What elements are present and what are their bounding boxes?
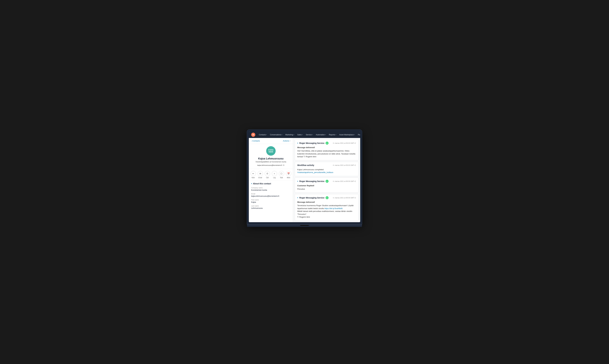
chevron-down-icon: ▾ xyxy=(294,134,294,135)
task-icon: ☐ xyxy=(279,171,284,176)
sidebar-header: ‹ Contacts Actions ▾ xyxy=(249,138,293,144)
nav-conversations[interactable]: Conversations ▾ xyxy=(269,131,284,138)
card-title-row: ▾ Roger Messaging Service xyxy=(297,180,329,183)
card-title: Roger Messaging Service xyxy=(299,142,324,144)
actions-label: Actions xyxy=(283,140,289,142)
laptop-wrapper: H Contacts ▾ Conversations ▾ Marketing ▾… xyxy=(238,125,371,239)
chevron-down-icon: ▾ xyxy=(312,134,313,135)
avatar-line2: NIEMI xyxy=(268,151,273,153)
chevron-down-icon: ▾ xyxy=(354,134,355,135)
task-label: Task xyxy=(280,177,283,179)
nav-service[interactable]: Service ▾ xyxy=(305,131,314,138)
log-icon: + xyxy=(272,171,277,176)
card-header: Workflow activity 4. marras 2021 at 09.0… xyxy=(297,164,356,166)
copy-icon[interactable]: ⧉ xyxy=(283,164,284,166)
contact-info: KORSI NIEMI Kajsa Lehmusruusu Viestintäp… xyxy=(249,144,293,169)
collapse-icon[interactable]: ▾ xyxy=(297,197,298,199)
call-button[interactable]: ✆ Call xyxy=(265,171,270,179)
card-timestamp: 4. marras 2021 at 08.59 GMT+2 xyxy=(333,197,356,199)
nav-automation[interactable]: Automation ▾ xyxy=(315,131,327,138)
log-button[interactable]: + Log xyxy=(272,171,277,179)
field-label: Email xyxy=(251,193,291,195)
svg-text:H: H xyxy=(252,133,254,136)
workflow-link[interactable]: Asiakastapahtuma_peruuttaneille_kuittaus xyxy=(297,171,333,173)
about-section: ▾ About this contact Company name Korsin… xyxy=(249,181,293,213)
chevron-down-icon: ▾ xyxy=(282,134,282,135)
note-icon: ✏ xyxy=(251,171,256,176)
log-label: Log xyxy=(273,177,276,179)
meet-icon: 📅 xyxy=(286,171,291,176)
field-email: Email kajsa.lehmusruusu@korsiniemi.fi xyxy=(251,193,291,197)
call-icon: ✆ xyxy=(265,171,270,176)
laptop-screen: H Contacts ▾ Conversations ▾ Marketing ▾… xyxy=(247,130,362,224)
nav-reports[interactable]: Reports ▾ xyxy=(328,131,337,138)
nav-sales[interactable]: Sales ▾ xyxy=(296,131,304,138)
contact-email-row: kajsa.lehmusruusu@korsiniemi.fi ⧉ xyxy=(251,164,291,166)
note-button[interactable]: ✏ Note xyxy=(251,171,256,179)
field-value: Kajsa xyxy=(251,201,291,203)
whatsapp-icon xyxy=(326,180,329,183)
card-text: Hei! Harmillista, että et pääse asiakast… xyxy=(297,149,356,158)
nav-contacts[interactable]: Contacts ▾ xyxy=(258,131,268,138)
card-body: Kajsa Lehmusruusu completed Asiakastapah… xyxy=(297,168,356,174)
laptop-base xyxy=(247,224,362,227)
activity-card-2: Workflow activity 4. marras 2021 at 09.0… xyxy=(295,162,358,176)
back-to-contacts[interactable]: ‹ Contacts xyxy=(251,140,260,142)
top-nav: H Contacts ▾ Conversations ▾ Marketing ▾… xyxy=(249,131,360,138)
call-label: Call xyxy=(266,177,269,179)
card-body: Message delivered! Tervetuloa huomenna R… xyxy=(297,200,356,219)
activity-card-3: ▾ Roger Messaging Service 4. marras 2021… xyxy=(295,178,358,193)
nav-partner[interactable]: Partner ▾ xyxy=(357,131,360,138)
activity-card-4: ▾ Roger Messaging Service 4. marras 2021… xyxy=(295,194,358,221)
collapse-icon[interactable]: ▾ xyxy=(297,142,298,144)
card-text-part4: T: Rogerin tiimi xyxy=(297,216,310,218)
email-label: Email xyxy=(258,177,262,179)
contact-name: Kajsa Lehmusruusu xyxy=(251,157,291,160)
meet-button[interactable]: 📅 Meet xyxy=(286,171,291,179)
field-company-name: Company name Korsiniemen kunta xyxy=(251,187,291,191)
card-title-row: ▾ Roger Messaging Service xyxy=(297,196,329,199)
avatar-line1: KORSI xyxy=(268,149,273,151)
nav-marketing[interactable]: Marketing ▾ xyxy=(284,131,295,138)
hubspot-logo[interactable]: H xyxy=(251,133,255,137)
email-button[interactable]: ✉ Email xyxy=(258,171,263,179)
card-text: Kajsa Lehmusruusu completed Asiakastapah… xyxy=(297,168,356,174)
collapse-icon[interactable]: ▾ xyxy=(297,180,298,182)
about-title: About this contact xyxy=(253,182,271,185)
card-title: Workflow activity xyxy=(297,164,314,166)
card-body: Customer Replied! Peruutus xyxy=(297,184,356,191)
task-button[interactable]: ☐ Task xyxy=(279,171,284,179)
contact-email: kajsa.lehmusruusu@korsiniemi.fi xyxy=(257,164,282,166)
whatsapp-icon xyxy=(326,142,329,145)
about-header[interactable]: ▾ About this contact xyxy=(251,182,291,185)
sidebar: ‹ Contacts Actions ▾ KORSI xyxy=(249,138,293,222)
workflow-body-prefix: Kajsa Lehmusruusu completed xyxy=(297,169,324,171)
chevron-down-icon: ▾ xyxy=(290,140,291,142)
back-label: Contacts xyxy=(252,140,260,142)
field-label: Last name xyxy=(251,205,291,207)
field-label: First name xyxy=(251,199,291,201)
card-timestamp: 4. marras 2021 at 09.03 GMT+2 xyxy=(333,142,356,144)
activity-card-1: ▾ Roger Messaging Service 4. marras 2021… xyxy=(295,140,358,160)
field-value: Korsiniemen kunta xyxy=(251,189,291,191)
field-value: kajsa.lehmusruusu@korsiniemi.fi xyxy=(251,195,291,197)
field-first-name: First name Kajsa xyxy=(251,199,291,203)
card-subtitle: Customer Replied! xyxy=(297,184,356,187)
field-last-name: Last name Lehmusruusu xyxy=(251,205,291,209)
chevron-down-icon: ▾ xyxy=(266,134,267,135)
card-header: ▾ Roger Messaging Service 4. marras 2021… xyxy=(297,142,356,145)
whatsapp-icon xyxy=(326,196,329,199)
card-text-part2: . xyxy=(342,207,343,209)
card-link[interactable]: https://bit.ly/3oaN8d9 xyxy=(324,207,342,209)
chevron-down-icon: ▾ xyxy=(325,134,326,135)
note-label: Note xyxy=(252,177,255,179)
card-title: Roger Messaging Service xyxy=(299,196,324,199)
content-area: ▾ Roger Messaging Service 4. marras 2021… xyxy=(293,138,360,222)
action-buttons: ✏ Note ✉ Email ✆ Call + xyxy=(249,169,293,181)
field-label: Company name xyxy=(251,187,291,189)
avatar: KORSI NIEMI xyxy=(266,146,276,156)
card-subtitle: Message delivered! xyxy=(297,146,356,149)
card-subtitle: Message delivered! xyxy=(297,201,356,203)
nav-asset-marketplace[interactable]: Asset Marketplace ▾ xyxy=(338,131,356,138)
actions-button[interactable]: Actions ▾ xyxy=(283,140,291,142)
